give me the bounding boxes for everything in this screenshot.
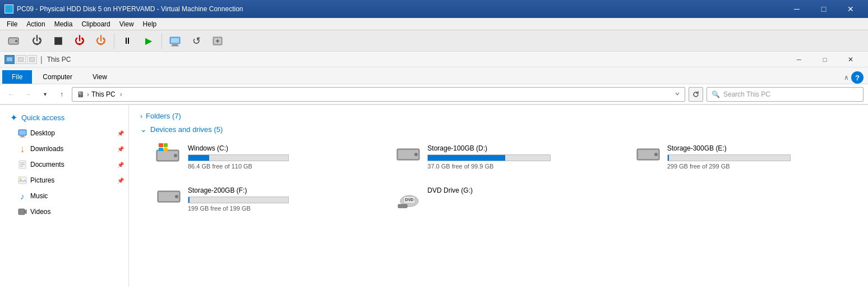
drive-c-name: Windows (C:)	[188, 144, 373, 152]
sidebar-item-downloads[interactable]: ↓ Downloads 📌	[0, 141, 128, 157]
drive-c-info: Windows (C:) 86.4 GB free of 110 GB	[188, 144, 373, 170]
drive-c-bar	[188, 154, 289, 161]
address-computer-icon: 🖥	[77, 90, 85, 99]
svg-rect-17	[21, 136, 24, 137]
ribbon-row: | This PC ─ □ ✕ File Computer View ∧ ? ←	[0, 52, 868, 105]
svg-point-32	[414, 153, 418, 156]
tab-file[interactable]: File	[2, 70, 32, 84]
sidebar-item-pictures[interactable]: Pictures 📌	[0, 172, 128, 188]
sidebar-documents-pin: 📌	[117, 162, 124, 168]
sidebar-item-music[interactable]: ♪ Music	[0, 188, 128, 204]
ribbon-collapse-button[interactable]: ∧	[844, 74, 849, 81]
pictures-icon	[18, 176, 27, 185]
svg-rect-2	[5, 10, 8, 13]
drive-c-free: 86.4 GB free of 110 GB	[188, 163, 373, 170]
address-bar[interactable]: 🖥 › This PC ›	[72, 87, 685, 102]
windows-drive-icon	[155, 144, 182, 165]
svg-point-24	[20, 178, 21, 180]
tab-view[interactable]: View	[83, 70, 117, 84]
devices-section-header[interactable]: ⌄ Devices and drives (5)	[140, 125, 857, 134]
sidebar-item-desktop[interactable]: Desktop 📌	[0, 125, 128, 141]
menu-clipboard[interactable]: Clipboard	[77, 19, 114, 29]
music-icon: ♪	[18, 192, 27, 201]
svg-rect-8	[171, 38, 179, 43]
play-button[interactable]: ▶	[138, 33, 159, 49]
address-dropdown-icon[interactable]	[675, 90, 680, 98]
nav-dropdown-button[interactable]: ▾	[38, 88, 52, 101]
drive-item-c[interactable]: Windows (C:) 86.4 GB free of 110 GB	[151, 140, 377, 174]
power-button[interactable]: ⏻	[27, 33, 47, 49]
address-separator: ›	[87, 90, 89, 98]
drive-item-g[interactable]: DVD DVD Drive (G:)	[391, 183, 617, 216]
nav-back-button[interactable]: ←	[4, 88, 18, 101]
sidebar-item-documents[interactable]: Documents 📌	[0, 157, 128, 172]
menu-file[interactable]: File	[2, 19, 22, 29]
sidebar-item-videos[interactable]: Videos	[0, 204, 128, 220]
drive-item-f[interactable]: Storage-200GB (F:) 199 GB free of 199 GB	[151, 183, 377, 216]
search-placeholder: Search This PC	[723, 90, 770, 98]
nav-forward-button[interactable]: →	[21, 88, 35, 101]
reset-button[interactable]: ⏻	[91, 33, 111, 49]
drives-button[interactable]	[3, 33, 24, 49]
inner-icon-2	[16, 55, 26, 64]
hdd-f-icon	[155, 186, 182, 207]
setup-button[interactable]	[165, 33, 185, 49]
drive-f-bar	[188, 197, 289, 203]
downloads-icon: ↓	[18, 144, 27, 153]
menu-view[interactable]: View	[115, 19, 138, 29]
nav-up-button[interactable]: ↑	[55, 88, 68, 101]
drive-item-e[interactable]: Storage-300GB (E:) 299 GB free of 299 GB	[631, 140, 857, 174]
minimize-button[interactable]: ─	[784, 0, 810, 18]
maximize-button[interactable]: □	[811, 0, 837, 18]
title-bar-left: PC09 - Physical HDD Disk 5 on HYPERVAMD …	[4, 4, 243, 13]
address-path-chevron: ›	[120, 90, 122, 98]
search-icon: 🔍	[712, 90, 720, 98]
search-bar[interactable]: 🔍 Search This PC	[707, 87, 864, 102]
inner-minimize-button[interactable]: ─	[786, 52, 812, 67]
hdd-e-icon	[635, 144, 662, 165]
svg-rect-9	[172, 44, 178, 45]
insert-button[interactable]	[207, 33, 228, 49]
shutdown-button[interactable]: ⏻	[70, 33, 90, 49]
tab-computer[interactable]: Computer	[33, 70, 82, 84]
stop-button[interactable]	[48, 33, 68, 49]
svg-rect-10	[171, 45, 179, 47]
videos-icon	[18, 207, 27, 216]
separator-2	[161, 33, 162, 49]
folders-section-title: Folders (7)	[146, 112, 181, 120]
help-button[interactable]: ?	[851, 71, 864, 84]
revert-button[interactable]: ↺	[186, 33, 206, 49]
sidebar-quick-access-label: Quick access	[21, 113, 64, 122]
refresh-button[interactable]	[689, 87, 703, 102]
sidebar: ✦ Quick access Desktop 📌 ↓ Downloads	[0, 105, 129, 287]
svg-rect-18	[20, 137, 25, 138]
svg-rect-25	[19, 209, 25, 215]
svg-rect-16	[19, 130, 26, 135]
title-bar-text: PC09 - Physical HDD Disk 5 on HYPERVAMD …	[17, 5, 243, 13]
folders-section-header[interactable]: › Folders (7)	[140, 112, 857, 120]
devices-section-title: Devices and drives (5)	[150, 125, 223, 134]
sidebar-pictures-pin: 📌	[117, 177, 124, 184]
drive-grid: Windows (C:) 86.4 GB free of 110 GB	[151, 140, 857, 216]
sidebar-desktop-pin: 📌	[117, 130, 124, 136]
inner-maximize-button[interactable]: □	[812, 52, 838, 67]
close-button[interactable]: ✕	[838, 0, 864, 18]
drive-item-d[interactable]: Storage-100GB (D:) 37.0 GB free of 99.9 …	[391, 140, 617, 174]
menu-help[interactable]: Help	[138, 19, 161, 29]
svg-rect-1	[10, 5, 13, 8]
inner-close-button[interactable]: ✕	[838, 52, 864, 67]
menu-action[interactable]: Action	[22, 19, 49, 29]
pause-button[interactable]: ⏸	[117, 33, 137, 49]
devices-chevron-icon: ⌄	[140, 125, 147, 134]
drive-e-info: Storage-300GB (E:) 299 GB free of 299 GB	[667, 144, 853, 170]
title-bar: PC09 - Physical HDD Disk 5 on HYPERVAMD …	[0, 0, 868, 18]
vm-toolbar: ⏻ ⏻ ⏻ ⏸ ▶ ↺	[0, 30, 868, 52]
app-icon	[4, 4, 13, 13]
svg-text:DVD: DVD	[405, 198, 414, 202]
menu-media[interactable]: Media	[50, 19, 77, 29]
inner-icon-3	[27, 55, 37, 64]
drive-d-bar	[427, 154, 551, 161]
sidebar-quick-access[interactable]: ✦ Quick access	[0, 110, 128, 125]
drive-d-free: 37.0 GB free of 99.9 GB	[427, 163, 613, 170]
dvd-icon: DVD	[395, 186, 422, 207]
